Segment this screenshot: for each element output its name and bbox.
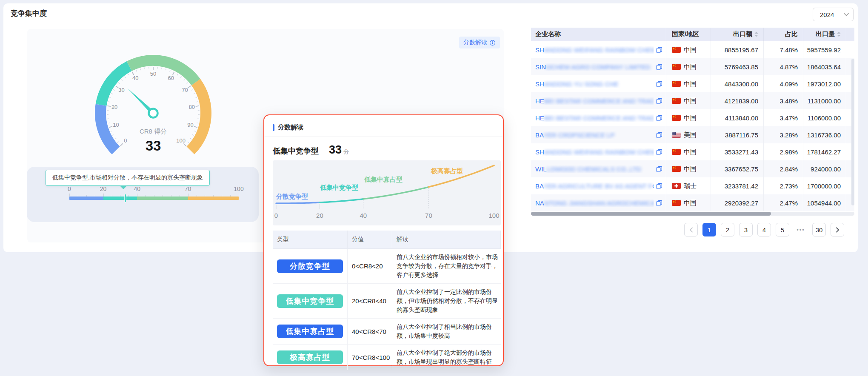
company-name-cell: SINOCHEM AGRO COMPANY LIMITED bbox=[531, 58, 666, 75]
company-name-link[interactable]: WILLOWOOD CHEMICALS CO.,LTD bbox=[535, 165, 654, 173]
copy-button[interactable] bbox=[656, 98, 662, 104]
copy-button[interactable] bbox=[656, 47, 662, 53]
gauge-title: CR8 得分 bbox=[140, 128, 167, 135]
country-cell: 中国 bbox=[666, 143, 711, 160]
type-badge-button[interactable]: 低集中寡占型 bbox=[277, 325, 343, 338]
copy-button[interactable] bbox=[656, 200, 662, 206]
company-name-link[interactable]: SINOCHEM AGRO COMPANY LIMITED bbox=[535, 63, 654, 71]
header-export-qty[interactable]: 出口量 bbox=[803, 28, 846, 41]
header-label: 占比 bbox=[785, 30, 798, 38]
table-horizontal-scrollbar[interactable] bbox=[531, 212, 854, 216]
company-name-cell: WILLOWOOD CHEMICALS CO.,LTD bbox=[531, 160, 666, 177]
pagination-page-3[interactable]: 3 bbox=[739, 223, 753, 236]
pagination-page-30[interactable]: 30 bbox=[812, 223, 826, 236]
country-cell: 瑞士 bbox=[666, 177, 711, 194]
table-vertical-scrollbar-thumb[interactable] bbox=[851, 59, 854, 205]
gauge-tick-label: 0 bbox=[124, 137, 127, 144]
exporters-table: 企业名称国家/地区出口额占比出口量SHANDONG WEIFANG RAINBO… bbox=[531, 28, 854, 211]
export-value-cell: 2920392.27 bbox=[711, 194, 764, 211]
company-name-link[interactable]: SHANDONG WEIFANG RAINBOW CHEMI... bbox=[535, 148, 654, 156]
flag-china-icon bbox=[672, 115, 681, 121]
score-range-cell: 70<CR8<100 bbox=[348, 345, 392, 370]
type-badge-button[interactable]: 分散竞争型 bbox=[277, 259, 343, 273]
header-company: 企业名称 bbox=[531, 28, 666, 41]
pagination-prev-button[interactable] bbox=[684, 223, 698, 236]
company-name-link[interactable]: HEBEI BESTAR COMMERCE AND TRADE... bbox=[535, 97, 654, 105]
slider-ruler-tick bbox=[137, 194, 137, 197]
horizontal-scrollbar-thumb[interactable] bbox=[531, 212, 771, 216]
country-name: 中国 bbox=[684, 148, 697, 156]
copy-button[interactable] bbox=[656, 132, 662, 138]
pagination-page-5[interactable]: 5 bbox=[776, 223, 789, 236]
exporter-row: BAYER CROPSCIENCE LP美国3887116.753.28%131… bbox=[531, 126, 854, 143]
gauge-tick-label: 20 bbox=[111, 104, 117, 110]
country-name: 美国 bbox=[684, 131, 697, 139]
share-cell: 2.47% bbox=[764, 194, 803, 211]
interpretation-cell: 前八大企业控制了一定比例的市场份额，但市场仍然相对分散，不存在明显的寡头垄断现象 bbox=[392, 284, 501, 318]
type-badge-button[interactable]: 极高寡占型 bbox=[277, 350, 343, 364]
company-name-link[interactable]: BAYER AGRICULTURE BV AS AGENT FO... bbox=[535, 182, 654, 190]
copy-icon bbox=[656, 98, 662, 104]
share-cell: 3.48% bbox=[764, 92, 803, 109]
company-name-prefix: SH bbox=[535, 46, 544, 54]
copy-button[interactable] bbox=[656, 64, 662, 70]
score-curve-chart: 分散竞争型低集中竞争型低集中寡占型极高寡占型0204070100 bbox=[273, 160, 501, 225]
curve-axis-label: 0 bbox=[274, 212, 278, 219]
country-name: 中国 bbox=[684, 46, 697, 54]
pagination-next-button[interactable] bbox=[831, 223, 844, 236]
score-band-area: 低集中竞争型,市场相对分散，不存在明显的寡头垄断现象 0204070100 bbox=[27, 167, 259, 222]
company-name-link[interactable]: HEBEI BESTAR COMMERCE AND TRADE... bbox=[535, 114, 654, 122]
pagination-page-1[interactable]: 1 bbox=[702, 223, 716, 236]
types-table-row: 低集中寡占型40<CR8<70前八大企业控制了相当比例的市场份额，市场集中度较高 bbox=[273, 319, 501, 345]
copy-icon bbox=[656, 115, 662, 121]
curve-axis-label: 70 bbox=[425, 212, 432, 219]
copy-icon bbox=[656, 64, 662, 70]
export-qty-cell: 1864035.64 bbox=[803, 58, 846, 75]
page-title: 竞争集中度 bbox=[11, 9, 47, 18]
company-name-link[interactable]: NANTONG JIANGSHAN AGROCHEMICAL ... bbox=[535, 199, 654, 207]
company-name-prefix: SIN bbox=[535, 63, 546, 71]
copy-button[interactable] bbox=[656, 81, 662, 87]
header-label: 国家/地区 bbox=[672, 30, 699, 38]
copy-icon bbox=[656, 166, 662, 172]
header-share: 占比 bbox=[764, 28, 803, 41]
exporter-row: BAYER AGRICULTURE BV AS AGENT FO...瑞士323… bbox=[531, 177, 854, 194]
pagination-page-4[interactable]: 4 bbox=[757, 223, 771, 236]
type-badge-button[interactable]: 低集中竞争型 bbox=[277, 294, 343, 308]
copy-button[interactable] bbox=[656, 115, 662, 121]
gauge-tick-label: 80 bbox=[189, 104, 195, 110]
share-cell: 2.98% bbox=[764, 143, 803, 160]
copy-button[interactable] bbox=[656, 166, 662, 172]
share-cell: 2.84% bbox=[764, 160, 803, 177]
copy-button[interactable] bbox=[656, 149, 662, 155]
share-cell: 7.48% bbox=[764, 41, 803, 58]
pagination-ellipsis[interactable]: ••• bbox=[794, 223, 808, 236]
header-label: 出口量 bbox=[816, 30, 835, 38]
company-name-link[interactable]: SHANDONG YU SONG CHE bbox=[535, 80, 654, 88]
company-name-link[interactable]: SHANDONG WEIFANG RAINBOW CHEMIC... bbox=[535, 46, 654, 54]
curve-axis-label: 40 bbox=[360, 212, 367, 219]
score-range-cell: 20<CR8<40 bbox=[348, 284, 392, 318]
flag-china-icon bbox=[672, 200, 681, 206]
export-value-cell: 4113840.00 bbox=[711, 109, 764, 126]
flag-china-icon bbox=[672, 81, 681, 87]
copy-icon bbox=[656, 149, 662, 155]
gauge-tick-label: 100 bbox=[176, 137, 186, 144]
slider-band-segment bbox=[188, 197, 239, 200]
company-name-masked: BEI BESTAR COMMERCE AND TRAD bbox=[544, 114, 654, 122]
year-select[interactable]: 2024 bbox=[813, 8, 854, 21]
share-cell: 2.73% bbox=[764, 177, 803, 194]
export-qty-cell: 5957559.92 bbox=[803, 41, 846, 58]
company-name-link[interactable]: BAYER CROPSCIENCE LP bbox=[535, 131, 654, 139]
country-cell: 中国 bbox=[666, 194, 711, 211]
country-name: 中国 bbox=[684, 165, 697, 173]
gauge-tick-label: 40 bbox=[132, 75, 138, 81]
curve-segment-label: 低集中寡占型 bbox=[364, 176, 403, 183]
gauge-tick-label: 50 bbox=[150, 71, 156, 77]
pagination-page-2[interactable]: 2 bbox=[721, 223, 734, 236]
header-export-value[interactable]: 出口额 bbox=[711, 28, 764, 41]
slider-tick-label: 0 bbox=[68, 185, 71, 192]
copy-button[interactable] bbox=[656, 183, 662, 189]
curve-segment-label: 分散竞争型 bbox=[276, 193, 308, 200]
score-interpretation-button[interactable]: 分数解读 bbox=[459, 37, 500, 48]
